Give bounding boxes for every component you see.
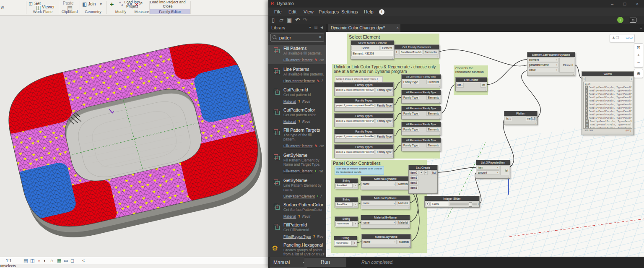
- library-item[interactable]: FillPatternIdGet FillPatternIdFilledRegi…: [268, 221, 326, 240]
- node-material-byname-1[interactable]: Material.ByName name ›Material›: [361, 176, 410, 190]
- port-family-type-in[interactable]: Family Type: [402, 95, 419, 100]
- viewer-button[interactable]: Viewer: [42, 5, 55, 9]
- family-type-dropdown[interactable]: project 2_mass component:PanelDefault ▾: [335, 88, 374, 92]
- port-parameter-out[interactable]: Parameter: [423, 50, 439, 55]
- port-name-in[interactable]: name ›: [361, 201, 396, 206]
- detail-level-icon[interactable]: ▤: [23, 258, 28, 263]
- port-list-out[interactable]: list: [431, 170, 437, 175]
- parameter-dropdown[interactable]: PanelColor(Type(b)) ▾: [400, 50, 422, 55]
- slider-expand-icon[interactable]: ▾: [425, 202, 430, 206]
- zoom-out-icon[interactable]: −: [634, 59, 643, 66]
- port-item1-in[interactable]: item1: [409, 175, 418, 180]
- port-family-type-in[interactable]: Family Type: [402, 80, 419, 84]
- select-button[interactable]: Select: [351, 46, 379, 50]
- port-name-in[interactable]: name ›: [361, 220, 396, 225]
- port-item-in[interactable]: item ›: [477, 165, 499, 170]
- port-item2-in[interactable]: item2: [409, 180, 418, 185]
- menu-edit[interactable]: Edit: [288, 8, 296, 16]
- family-type-dropdown[interactable]: project 2_mass component:PanelPurple ▾: [335, 119, 374, 123]
- search-clear-icon[interactable]: ×: [319, 34, 322, 39]
- port-elements-out[interactable]: Elements: [426, 80, 440, 84]
- port-element-in[interactable]: element ›: [528, 57, 558, 62]
- port-out[interactable]: ›: [354, 221, 357, 226]
- port-family-type-out[interactable]: Family Type: [376, 103, 393, 108]
- node-string-panelred[interactable]: String PanelRed›: [335, 178, 358, 189]
- library-item[interactable]: SurfacePatternColorGet SurfacePatternCol…: [268, 201, 326, 220]
- node-list-shuffle[interactable]: List.Shuffle list ›list›: [455, 77, 487, 91]
- zoom-fit-icon[interactable]: ⊡: [634, 44, 643, 51]
- node-all-elements-5[interactable]: All Elements of Family Type Family TypeE…: [401, 138, 441, 151]
- library-item[interactable]: Fill Pattern TargetsThe type of the fill…: [268, 127, 326, 150]
- isolate-icon[interactable]: ◻: [70, 258, 74, 263]
- port-var-out[interactable]: var[]..[]: [526, 116, 537, 121]
- string-value[interactable]: PanelYellow: [335, 221, 353, 226]
- family-type-dropdown[interactable]: project 2_mass component:PanelYellow ▾: [335, 150, 374, 154]
- node-string-panelblue[interactable]: String PanelBlue›: [335, 197, 358, 208]
- tab-close-icon[interactable]: ×: [396, 24, 399, 32]
- family-type-dropdown[interactable]: project 2_mass component:PanelRed ▾: [335, 134, 374, 139]
- close-button[interactable]: ×: [631, 0, 643, 7]
- menu-packages[interactable]: Packages: [319, 8, 339, 16]
- port-material-out[interactable]: Material: [398, 239, 410, 244]
- load-into-project-button[interactable]: Load into Project: [121, 0, 143, 8]
- family-type-dropdown[interactable]: project 2_mass component:PanelBlue ▾: [335, 103, 374, 108]
- node-family-types-4[interactable]: Family Types project 2_mass component:Pa…: [334, 129, 394, 143]
- node-family-types-3[interactable]: Family Types project 2_mass component:Pa…: [334, 113, 394, 127]
- library-collapse-icon[interactable]: ◀: [320, 26, 323, 29]
- port-out[interactable]: ›: [353, 241, 356, 245]
- notifications-icon[interactable]: !: [379, 9, 384, 15]
- node-flatten[interactable]: Flatten list ›var[]..[]›: [504, 111, 538, 125]
- node-family-types-1[interactable]: Family Types project 2_mass component:Pa…: [334, 82, 394, 96]
- note-colours[interactable]: I can add or remove colours to be used i…: [335, 166, 384, 175]
- add-input-button[interactable]: +: [420, 170, 423, 175]
- export-image-icon[interactable]: [630, 18, 636, 23]
- library-view-icon[interactable]: ▤: [314, 26, 318, 29]
- save-icon[interactable]: ▣: [287, 17, 292, 23]
- port-item0-in[interactable]: item0: [409, 170, 418, 175]
- library-item[interactable]: ⚙ Paneling.HexagonalCreates groups of po…: [268, 242, 326, 257]
- tab-menu-icon[interactable]: ≡: [640, 25, 642, 30]
- port-elements-out[interactable]: Elements: [426, 127, 440, 132]
- slider-handle[interactable]: [469, 202, 472, 207]
- port-family-type-in[interactable]: Family Type: [402, 143, 419, 148]
- port-out[interactable]: ›: [354, 202, 357, 207]
- run-mode-dropdown[interactable]: Manual ▾: [270, 258, 307, 268]
- node-material-byname-3[interactable]: Material.ByName name ›Material›: [361, 215, 410, 229]
- node-string-panelpurple[interactable]: String PanelPurple›: [334, 236, 357, 247]
- node-list-create[interactable]: List.Create item0 + − list item1 item2 i…: [408, 165, 438, 194]
- port-elements-out[interactable]: Elements: [426, 95, 440, 100]
- port-list-out[interactable]: list: [500, 165, 509, 175]
- menu-help[interactable]: Help: [364, 8, 374, 16]
- node-family-types-2[interactable]: Family Types project 2_mass component:Pa…: [334, 98, 394, 112]
- port-family-type-out[interactable]: Family Type: [376, 88, 393, 92]
- library-filter-icon[interactable]: ▼: [309, 26, 312, 29]
- shadows-icon[interactable]: ◐: [44, 258, 47, 263]
- library-item[interactable]: GetByNameLine Pattern Element by name.Li…: [268, 177, 326, 200]
- maximize-button[interactable]: □: [619, 0, 631, 7]
- port-value-in[interactable]: value ›: [528, 68, 558, 72]
- move-icon[interactable]: +: [110, 2, 114, 7]
- node-all-elements-3[interactable]: All Elements of Family Type Family TypeE…: [401, 106, 441, 120]
- port-f-in[interactable]: f: [395, 50, 398, 55]
- port-family-type-in[interactable]: Family Type: [402, 111, 419, 116]
- port-family-type-out[interactable]: Family Type: [376, 150, 393, 154]
- string-value[interactable]: PanelPurple: [335, 241, 352, 245]
- zoom-in-icon[interactable]: +: [634, 51, 643, 59]
- node-family-types-5[interactable]: Family Types project 2_mass component:Pa…: [334, 144, 394, 158]
- slider-value[interactable]: 7.0000: [431, 202, 449, 206]
- menu-view[interactable]: View: [304, 8, 314, 16]
- dynamo-title-bar[interactable]: R Dynamo – □ ×: [268, 0, 644, 8]
- string-value[interactable]: PanelRed: [335, 183, 353, 188]
- redo-icon[interactable]: ↷: [303, 17, 307, 23]
- port-elements-out[interactable]: Elements: [426, 143, 440, 148]
- node-set-parameter-by-name[interactable]: Element.SetParameterByName element › par…: [527, 52, 575, 76]
- load-into-project-close-button[interactable]: Load into Project and Close: [146, 0, 190, 8]
- open-file-icon[interactable]: ▱: [279, 17, 283, 23]
- library-search[interactable]: ×: [270, 34, 324, 42]
- crop-view-icon[interactable]: ▦: [57, 258, 61, 263]
- new-file-icon[interactable]: ▯: [272, 17, 275, 23]
- join-button[interactable]: Join: [88, 2, 96, 6]
- slider-track[interactable]: [450, 203, 477, 205]
- library-item[interactable]: CutPatternIdGet cut pattern idMaterial ?…: [268, 86, 326, 104]
- slider-more-icon[interactable]: ›: [478, 203, 479, 206]
